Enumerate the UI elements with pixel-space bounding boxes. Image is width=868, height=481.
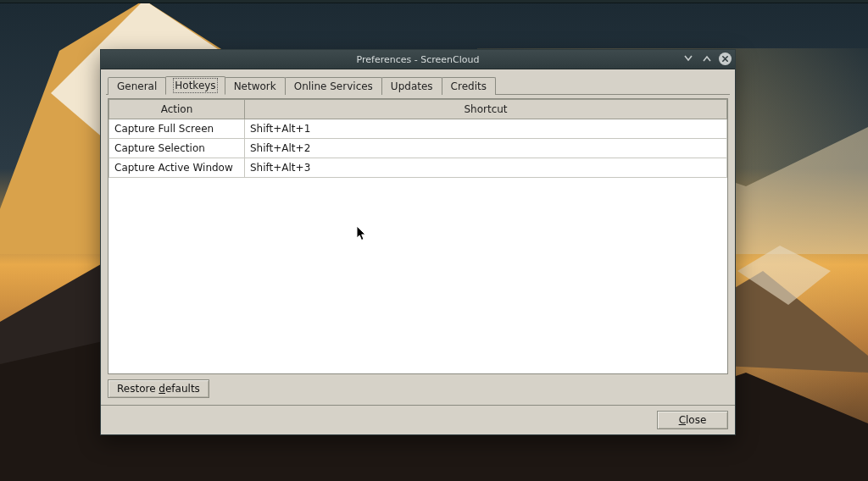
tab-bar: General Hotkeys Network Online Services … xyxy=(106,73,730,95)
tab-updates[interactable]: Updates xyxy=(381,77,442,95)
tab-online-services[interactable]: Online Services xyxy=(285,77,382,95)
table-row[interactable]: Capture Full Screen Shift+Alt+1 xyxy=(109,119,727,139)
cell-action: Capture Active Window xyxy=(109,158,245,178)
table-row[interactable]: Capture Active Window Shift+Alt+3 xyxy=(109,158,727,178)
close-icon[interactable] xyxy=(719,53,732,65)
desktop-panel xyxy=(0,0,868,3)
table-row[interactable]: Capture Selection Shift+Alt+2 xyxy=(109,139,727,158)
tab-panel-hotkeys: Action Shortcut Capture Full Screen Shif… xyxy=(106,95,730,400)
cell-shortcut[interactable]: Shift+Alt+1 xyxy=(245,119,727,139)
hotkeys-table: Action Shortcut Capture Full Screen Shif… xyxy=(108,98,728,374)
titlebar[interactable]: Preferences - ScreenCloud xyxy=(101,50,735,69)
window-controls xyxy=(682,52,732,65)
cell-shortcut[interactable]: Shift+Alt+3 xyxy=(245,158,727,178)
hotkeys-table-empty-area xyxy=(108,178,727,373)
tab-general[interactable]: General xyxy=(108,77,166,95)
tab-hotkeys[interactable]: Hotkeys xyxy=(165,76,225,95)
cell-action: Capture Selection xyxy=(109,139,245,158)
restore-defaults-button[interactable]: Restore defaults xyxy=(108,379,209,398)
cell-action: Capture Full Screen xyxy=(109,119,245,139)
tab-credits[interactable]: Credits xyxy=(442,77,496,95)
close-button[interactable]: Close xyxy=(657,411,728,429)
column-header-shortcut[interactable]: Shortcut xyxy=(245,100,727,119)
maximize-icon[interactable] xyxy=(700,52,714,65)
dialog-footer: Close xyxy=(101,405,735,434)
cell-shortcut[interactable]: Shift+Alt+2 xyxy=(245,139,727,158)
column-header-action[interactable]: Action xyxy=(109,100,245,119)
tab-network[interactable]: Network xyxy=(225,77,286,95)
minimize-icon[interactable] xyxy=(682,52,695,65)
window-content: General Hotkeys Network Online Services … xyxy=(101,69,735,405)
preferences-window: Preferences - ScreenCloud General Hotkey… xyxy=(100,49,736,435)
window-title: Preferences - ScreenCloud xyxy=(357,54,480,65)
